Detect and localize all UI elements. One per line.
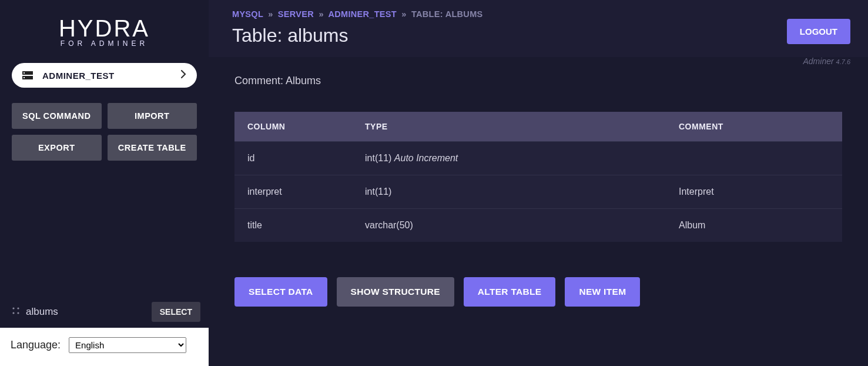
language-bar: Language: English: [0, 328, 209, 366]
cell-type: int(11) Auto Increment: [352, 142, 666, 175]
sidebar-table-name: albums: [26, 306, 152, 318]
header-column: COLUMN: [234, 112, 352, 142]
breadcrumb-db[interactable]: ADMINER_TEST: [329, 9, 397, 19]
svg-point-4: [12, 307, 14, 309]
table-row: title varchar(50) Album: [234, 209, 842, 242]
breadcrumb: MYSQL » SERVER » ADMINER_TEST » TABLE: A…: [232, 9, 787, 19]
sidebar-actions: SQL COMMAND IMPORT EXPORT CREATE TABLE: [0, 88, 209, 161]
svg-point-7: [17, 312, 19, 314]
breadcrumb-sep: »: [268, 9, 273, 19]
import-button[interactable]: IMPORT: [108, 103, 197, 129]
breadcrumb-current: TABLE: ALBUMS: [411, 9, 483, 19]
svg-point-6: [17, 307, 19, 309]
new-item-button[interactable]: NEW ITEM: [565, 277, 640, 307]
content: Comment: Albums COLUMN TYPE COMMENT id i…: [209, 57, 868, 324]
language-select[interactable]: English: [69, 337, 186, 353]
topbar: MYSQL » SERVER » ADMINER_TEST » TABLE: A…: [209, 0, 868, 57]
cell-comment: [666, 142, 842, 175]
chevron-right-icon: [180, 69, 186, 81]
drag-handle-icon: [12, 307, 20, 317]
breadcrumb-server[interactable]: SERVER: [278, 9, 314, 19]
breadcrumb-sep: »: [401, 9, 406, 19]
cell-column: id: [234, 142, 352, 175]
schema-table: COLUMN TYPE COMMENT id int(11) Auto Incr…: [234, 112, 842, 242]
breadcrumb-sep: »: [319, 9, 323, 19]
export-button[interactable]: EXPORT: [12, 135, 102, 161]
sql-command-button[interactable]: SQL COMMAND: [12, 103, 102, 129]
cell-type: int(11): [352, 175, 666, 209]
sidebar: HYDRA FOR ADMINER ADMINER_TEST SQL COMMA…: [0, 0, 209, 366]
create-table-button[interactable]: CREATE TABLE: [108, 135, 197, 161]
svg-rect-2: [24, 72, 25, 74]
breadcrumb-mysql[interactable]: MYSQL: [232, 9, 263, 19]
table-row: id int(11) Auto Increment: [234, 142, 842, 175]
cell-column: interpret: [234, 175, 352, 209]
db-selector[interactable]: ADMINER_TEST: [12, 63, 197, 88]
cell-comment: Interpret: [666, 175, 842, 209]
language-label: Language:: [11, 339, 61, 351]
cell-type: varchar(50): [352, 209, 666, 242]
show-structure-button[interactable]: SHOW STRUCTURE: [337, 277, 454, 307]
svg-rect-3: [24, 77, 25, 78]
cell-comment: Album: [666, 209, 842, 242]
header-type: TYPE: [352, 112, 666, 142]
select-data-button[interactable]: SELECT DATA: [234, 277, 327, 307]
table-row: interpret int(11) Interpret: [234, 175, 842, 209]
page-title: Table: albums: [232, 25, 787, 57]
logo-main: HYDRA: [0, 15, 209, 42]
logo: HYDRA FOR ADMINER: [0, 0, 209, 50]
main: MYSQL » SERVER » ADMINER_TEST » TABLE: A…: [209, 0, 868, 366]
logout-button[interactable]: LOGOUT: [787, 19, 850, 44]
logo-subtitle: FOR ADMINER: [0, 39, 209, 48]
version-label: Adminer 4.7.6: [803, 56, 851, 66]
alter-table-button[interactable]: ALTER TABLE: [464, 277, 556, 307]
table-comment: Comment: Albums: [234, 75, 842, 87]
sidebar-table-item[interactable]: albums SELECT: [0, 296, 209, 328]
svg-point-5: [12, 312, 14, 314]
db-selector-label: ADMINER_TEST: [42, 71, 180, 81]
database-icon: [22, 71, 33, 79]
sidebar-select-button[interactable]: SELECT: [152, 302, 200, 322]
header-comment: COMMENT: [666, 112, 842, 142]
cell-column: title: [234, 209, 352, 242]
table-actions: SELECT DATA SHOW STRUCTURE ALTER TABLE N…: [234, 277, 842, 307]
